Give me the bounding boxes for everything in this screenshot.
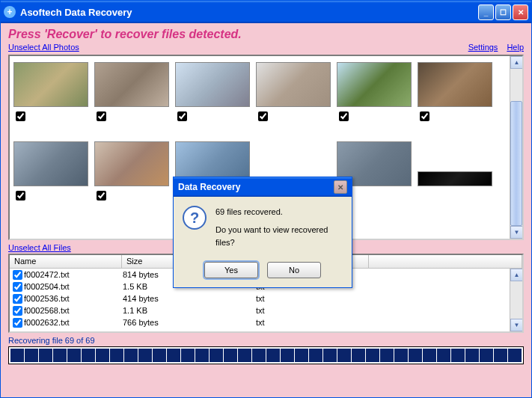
file-name: f0002632.txt	[24, 318, 121, 327]
column-spacer	[369, 255, 522, 268]
titlebar: + Asoftech Data Recovery _ ☐ ✕	[1, 1, 531, 23]
scroll-up-icon[interactable]: ▲	[510, 269, 523, 281]
dialog-buttons: Yes No	[174, 259, 352, 287]
right-links: Settings Help	[468, 43, 524, 52]
minimize-button[interactable]: _	[478, 4, 494, 20]
thumbnail-image	[13, 141, 88, 186]
photo-checkbox[interactable]	[339, 111, 349, 121]
file-row[interactable]: f0002632.txt766 bytestxt	[10, 316, 522, 328]
file-name: f0002504.txt	[24, 282, 121, 291]
thumbnail-image	[13, 62, 88, 107]
no-button[interactable]: No	[267, 262, 321, 278]
unselect-all-photos-link[interactable]: Unselect All Photos	[8, 43, 79, 52]
photo-checkbox[interactable]	[97, 191, 106, 200]
dialog-line1: 69 files recovered.	[215, 206, 343, 219]
files-scrollbar[interactable]: ▲ ▼	[510, 269, 522, 331]
thumbnail-image	[175, 62, 250, 107]
thumbnail-image	[337, 62, 412, 107]
scroll-down-icon[interactable]: ▼	[510, 226, 523, 239]
file-size: 766 bytes	[121, 318, 256, 327]
help-link[interactable]: Help	[507, 43, 524, 52]
file-checkbox[interactable]	[13, 294, 22, 304]
dialog-close-button[interactable]: ✕	[334, 180, 347, 194]
file-checkbox[interactable]	[13, 282, 22, 292]
photo-thumbnail[interactable]	[336, 62, 412, 137]
photo-checkbox[interactable]	[16, 191, 25, 200]
yes-button[interactable]: Yes	[204, 262, 258, 278]
status-text: Recovering file 69 of 69	[8, 336, 524, 345]
photo-thumbnail[interactable]	[13, 62, 89, 137]
file-row[interactable]: f0002568.txt1.1 KBtxt	[10, 304, 522, 316]
file-checkbox[interactable]	[13, 318, 22, 328]
photo-thumbnail[interactable]	[255, 62, 331, 137]
dialog-body: ? 69 files recovered. Do you want to vie…	[174, 197, 352, 259]
file-name: f0002472.txt	[24, 270, 121, 279]
question-icon: ?	[183, 206, 207, 230]
photo-checkbox[interactable]	[16, 111, 25, 121]
thumbnail-image	[94, 141, 169, 186]
file-checkbox[interactable]	[13, 270, 22, 280]
thumbnail-image	[94, 62, 169, 107]
thumbnail-image	[418, 62, 492, 107]
photo-thumbnail[interactable]	[13, 141, 89, 216]
file-ext: txt	[256, 294, 391, 303]
photo-checkbox[interactable]	[177, 111, 187, 121]
dialog-text: 69 files recovered. Do you want to view …	[215, 206, 343, 250]
scroll-thumb[interactable]	[510, 101, 522, 226]
photo-thumbnail[interactable]	[174, 62, 251, 137]
file-row[interactable]: f0002536.txt414 bytestxt	[10, 293, 522, 304]
unselect-all-files-link[interactable]: Unselect All Files	[8, 243, 71, 252]
close-button[interactable]: ✕	[513, 4, 528, 20]
top-link-row: Unselect All Photos Settings Help	[8, 43, 524, 52]
dialog-titlebar: Data Recovery ✕	[174, 177, 352, 197]
content-area: Press 'Recover' to recover files detecte…	[1, 23, 531, 397]
photo-thumbnail[interactable]	[94, 62, 170, 137]
instruction-text: Press 'Recover' to recover files detecte…	[8, 28, 524, 41]
app-icon: +	[4, 6, 16, 18]
recovery-dialog: Data Recovery ✕ ? 69 files recovered. Do…	[173, 177, 352, 288]
scroll-up-icon[interactable]: ▲	[510, 56, 523, 69]
maximize-button[interactable]: ☐	[495, 4, 511, 20]
file-name: f0002536.txt	[24, 294, 121, 303]
file-ext: txt	[256, 306, 391, 315]
photo-thumbnail[interactable]	[417, 62, 493, 137]
dialog-line2: Do you want to view recovered files?	[215, 224, 343, 250]
dialog-title: Data Recovery	[178, 182, 334, 192]
thumbnail-image	[256, 62, 331, 107]
photo-checkbox[interactable]	[420, 111, 429, 121]
file-name: f0002568.txt	[24, 306, 121, 315]
progress-bar	[8, 346, 524, 364]
photos-scrollbar[interactable]: ▲ ▼	[510, 56, 522, 239]
file-checkbox[interactable]	[13, 306, 22, 316]
photo-checkbox[interactable]	[97, 111, 106, 121]
settings-link[interactable]: Settings	[468, 43, 498, 52]
scroll-down-icon[interactable]: ▼	[510, 319, 523, 331]
file-size: 414 bytes	[121, 294, 256, 303]
window-buttons: _ ☐ ✕	[478, 4, 528, 20]
window-title: Asoftech Data Recovery	[20, 7, 478, 18]
main-window: + Asoftech Data Recovery _ ☐ ✕ Press 'Re…	[0, 0, 532, 398]
photo-thumbnail[interactable]	[417, 141, 493, 216]
file-size: 1.1 KB	[121, 306, 256, 315]
file-ext: txt	[256, 318, 391, 327]
thumbnail-image	[418, 171, 492, 186]
photo-thumbnail[interactable]	[94, 141, 170, 216]
photo-checkbox[interactable]	[258, 111, 268, 121]
column-name[interactable]: Name	[10, 255, 122, 268]
